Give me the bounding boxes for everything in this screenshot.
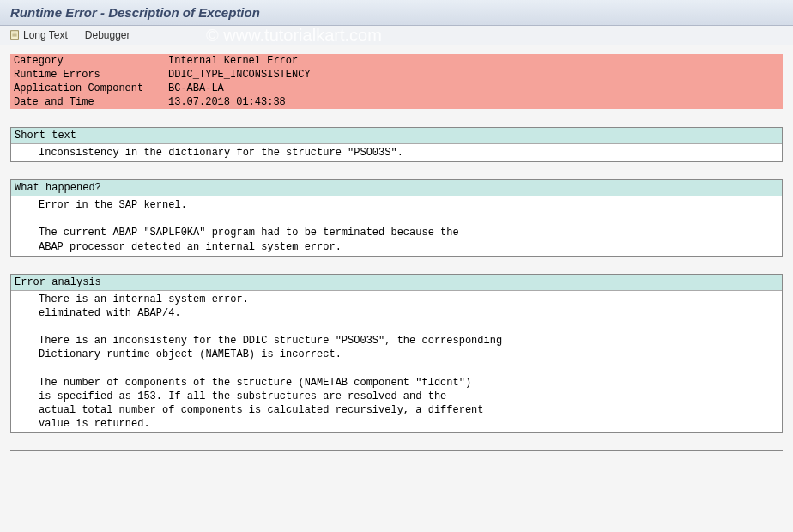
ea-line1: There is an internal system error.	[11, 293, 782, 306]
app-component-label: Application Component	[10, 82, 165, 95]
app-component-value: BC-ABA-LA	[165, 82, 783, 95]
what-happened-section: What happened? Error in the SAP kernel. …	[10, 179, 783, 257]
ea-line5: Dictionary runtime object (NAMETAB) is i…	[11, 348, 782, 361]
long-text-label: Long Text	[23, 29, 68, 41]
what-happened-body: Error in the SAP kernel. The current ABA…	[11, 196, 782, 256]
toolbar: Long Text Debugger	[0, 26, 793, 45]
info-row-runtime-errors: Runtime Errors DDIC_TYPE_INCONSISTENCY	[10, 68, 783, 82]
short-text-body: Inconsistency in the dictionary for the …	[11, 144, 782, 161]
runtime-errors-value: DDIC_TYPE_INCONSISTENCY	[165, 68, 783, 82]
document-icon	[9, 29, 21, 41]
svg-rect-0	[11, 31, 19, 40]
what-line3: The current ABAP "SAPLF0KA" program had …	[11, 226, 782, 239]
ea-line9: actual total number of components is cal…	[11, 403, 782, 417]
info-row-datetime: Date and Time 13.07.2018 01:43:38	[10, 95, 783, 109]
ea-line8: is specified as 153. If all the substruc…	[11, 390, 782, 403]
separator-bottom	[10, 450, 783, 451]
debugger-label: Debugger	[85, 29, 130, 41]
ea-line6	[11, 362, 782, 376]
what-happened-header: What happened?	[11, 180, 782, 196]
main-content: Category Internal Kernel Error Runtime E…	[0, 45, 793, 469]
ea-line7: The number of components of the structur…	[11, 376, 782, 390]
datetime-label: Date and Time	[10, 95, 165, 109]
what-line2	[11, 212, 782, 226]
long-text-button[interactable]: Long Text	[9, 29, 68, 41]
error-analysis-section: Error analysis There is an internal syst…	[10, 274, 783, 434]
ea-line3	[11, 320, 782, 334]
separator	[10, 118, 783, 118]
ea-line10: value is returned.	[11, 417, 782, 431]
info-row-category: Category Internal Kernel Error	[10, 54, 783, 68]
category-value: Internal Kernel Error	[165, 54, 783, 68]
short-text-section: Short text Inconsistency in the dictiona…	[10, 127, 783, 162]
short-text-header: Short text	[11, 128, 782, 144]
datetime-value: 13.07.2018 01:43:38	[165, 95, 783, 109]
what-line4: ABAP processor detected an internal syst…	[11, 240, 782, 254]
error-analysis-body: There is an internal system error. elimi…	[11, 291, 782, 433]
ea-line2: eliminated with ABAP/4.	[11, 306, 782, 320]
ea-line4: There is an inconsisteny for the DDIC st…	[11, 334, 782, 348]
short-text-line: Inconsistency in the dictionary for the …	[11, 146, 782, 160]
info-table: Category Internal Kernel Error Runtime E…	[10, 54, 783, 109]
error-analysis-header: Error analysis	[11, 275, 782, 291]
window-header: Runtime Error - Description of Exception	[0, 0, 793, 26]
page-title: Runtime Error - Description of Exception	[10, 5, 783, 20]
runtime-errors-label: Runtime Errors	[10, 68, 165, 82]
what-line1: Error in the SAP kernel.	[11, 198, 782, 212]
info-row-app-component: Application Component BC-ABA-LA	[10, 82, 783, 95]
category-label: Category	[10, 54, 165, 68]
debugger-button[interactable]: Debugger	[85, 29, 130, 41]
